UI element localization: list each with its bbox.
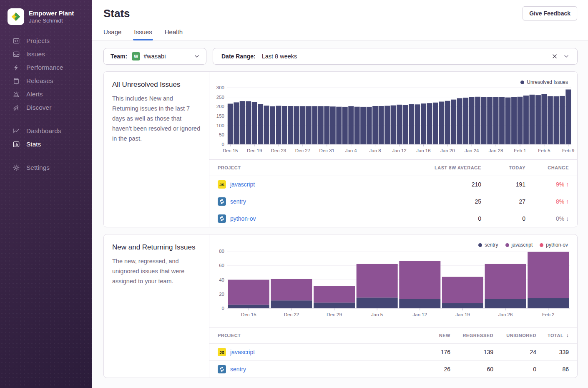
tab-usage[interactable]: Usage	[103, 28, 121, 40]
org-switcher[interactable]: Empower Plant Jane Schmidt	[0, 0, 92, 26]
column-header: PROJECT	[209, 165, 394, 170]
table-cell: 60	[450, 366, 493, 373]
date-range-selector[interactable]: Date Range: Last 8 weeks	[213, 48, 578, 65]
legend-dot-icon	[478, 243, 482, 247]
legend-item[interactable]: sentry	[478, 242, 498, 248]
legend-dot-icon	[520, 81, 524, 84]
legend-item[interactable]: javascript	[505, 242, 533, 248]
javascript-platform-icon: JS	[218, 348, 226, 356]
svg-text:Dec 15: Dec 15	[241, 312, 256, 317]
svg-text:Feb 9: Feb 9	[562, 148, 574, 153]
column-header: UNIGNORED	[493, 333, 536, 338]
org-name: Empower Plant	[29, 9, 74, 17]
python-platform-icon	[218, 197, 226, 206]
svg-text:Jan 26: Jan 26	[498, 312, 513, 317]
svg-text:40: 40	[219, 277, 224, 282]
python-platform-icon	[218, 365, 226, 373]
project-link[interactable]: javascript	[230, 181, 255, 188]
panel-title: All Unresolved Issues	[112, 81, 201, 89]
legend-dot-icon	[505, 243, 509, 247]
table-row: python-ov000% ↓	[209, 210, 577, 227]
svg-text:Feb 2: Feb 2	[542, 312, 554, 317]
sidebar-item-alerts[interactable]: Alerts	[0, 88, 92, 101]
sort-desc-icon: ↓	[566, 333, 569, 338]
chevron-down-icon	[193, 53, 200, 60]
sidebar-item-dashboards[interactable]: Dashboards	[0, 124, 92, 138]
sidebar-nav-primary: ProjectsIssuesPerformanceReleasesAlertsD…	[0, 34, 92, 114]
page-title: Stats	[103, 7, 130, 20]
change-cell: 9% ↑	[525, 181, 577, 188]
legend-item[interactable]: Unresolved Issues	[520, 79, 568, 85]
column-header[interactable]: TOTAL ↓	[536, 333, 577, 338]
sidebar-nav-footer: Settings	[0, 161, 92, 174]
legend-dot-icon	[540, 243, 543, 247]
sidebar-item-label: Issues	[26, 50, 45, 58]
team-selector[interactable]: Team: W #wasabi	[103, 48, 206, 65]
svg-text:Dec 19: Dec 19	[247, 148, 262, 153]
filter-bar: Team: W #wasabi Date Range: Last 8 weeks	[103, 48, 578, 65]
sidebar: Empower Plant Jane Schmidt ProjectsIssue…	[0, 0, 92, 388]
project-link[interactable]: sentry	[230, 198, 246, 205]
give-feedback-button[interactable]: Give Feedback	[523, 6, 577, 20]
project-link[interactable]: python-ov	[230, 215, 256, 222]
svg-text:Jan 5: Jan 5	[371, 312, 383, 317]
sidebar-item-stats[interactable]: Stats	[0, 138, 92, 151]
javascript-platform-icon: JS	[218, 180, 226, 189]
panel-title: New and Returning Issues	[112, 243, 201, 252]
svg-text:300: 300	[216, 85, 224, 90]
table-cell: 139	[450, 349, 493, 355]
svg-text:Jan 4: Jan 4	[345, 148, 357, 153]
project-link[interactable]: sentry	[230, 366, 246, 373]
chevron-down-icon[interactable]	[563, 53, 570, 60]
table-header-row: PROJECTLAST 8W AVERAGETODAYCHANGE	[209, 160, 577, 176]
tab-health[interactable]: Health	[165, 28, 183, 40]
issues-icon	[13, 50, 20, 58]
sidebar-item-label: Settings	[26, 164, 50, 171]
table-header-row: PROJECTNEWREGRESSEDUNIGNOREDTOTAL ↓	[209, 328, 577, 343]
table-cell: 26	[407, 366, 450, 373]
column-header: TODAY	[481, 165, 525, 170]
column-header: LAST 8W AVERAGE	[394, 165, 481, 170]
sidebar-item-releases[interactable]: Releases	[0, 74, 92, 88]
svg-text:Jan 28: Jan 28	[489, 148, 503, 153]
clear-date-icon[interactable]	[551, 53, 558, 60]
sidebar-item-performance[interactable]: Performance	[0, 61, 92, 74]
team-value: #wasabi	[143, 53, 166, 60]
settings-icon	[13, 164, 20, 171]
app-root: Empower Plant Jane Schmidt ProjectsIssue…	[0, 0, 588, 388]
sidebar-item-issues[interactable]: Issues	[0, 48, 92, 61]
main-area: Stats Give Feedback UsageIssuesHealth Te…	[92, 0, 588, 388]
date-range-value: Last 8 weeks	[262, 53, 297, 60]
python-platform-icon	[218, 214, 226, 223]
legend-item[interactable]: python-ov	[540, 242, 568, 248]
svg-text:Dec 23: Dec 23	[271, 148, 286, 153]
change-cell: 8% ↑	[525, 198, 577, 205]
column-header: NEW	[407, 333, 450, 338]
table-row: JSjavascript2101919% ↑	[209, 176, 577, 193]
table-cell: 191	[481, 181, 525, 188]
sidebar-item-label: Projects	[26, 37, 50, 45]
panel-description: The new, regressed, and unignored issues…	[112, 256, 201, 286]
svg-text:50: 50	[219, 132, 224, 137]
tab-issues[interactable]: Issues	[134, 28, 152, 40]
table-cell: 210	[394, 181, 481, 188]
svg-text:Jan 16: Jan 16	[416, 148, 431, 153]
svg-text:Jan 20: Jan 20	[440, 148, 455, 153]
svg-text:0: 0	[222, 306, 224, 311]
table-row: JSjavascript17613924339	[209, 343, 577, 360]
performance-icon	[13, 64, 20, 71]
sidebar-item-settings[interactable]: Settings	[0, 161, 92, 174]
new-returning-issues-chart: 020406080Dec 15Dec 22Dec 29Jan 5Jan 12Ja…	[209, 234, 577, 327]
stats-tabs: UsageIssuesHealth	[103, 28, 577, 40]
project-link[interactable]: javascript	[230, 349, 255, 355]
sidebar-item-label: Dashboards	[26, 127, 61, 135]
svg-text:Jan 12: Jan 12	[392, 148, 407, 153]
svg-text:Dec 15: Dec 15	[223, 148, 238, 153]
svg-text:250: 250	[216, 95, 224, 100]
new-returning-issues-table: PROJECTNEWREGRESSEDUNIGNOREDTOTAL ↓JSjav…	[209, 327, 577, 378]
sidebar-item-projects[interactable]: Projects	[0, 34, 92, 48]
table-cell: 24	[493, 349, 536, 355]
table-cell: 0	[481, 215, 525, 222]
sidebar-item-discover[interactable]: Discover	[0, 101, 92, 114]
svg-text:150: 150	[216, 113, 224, 118]
